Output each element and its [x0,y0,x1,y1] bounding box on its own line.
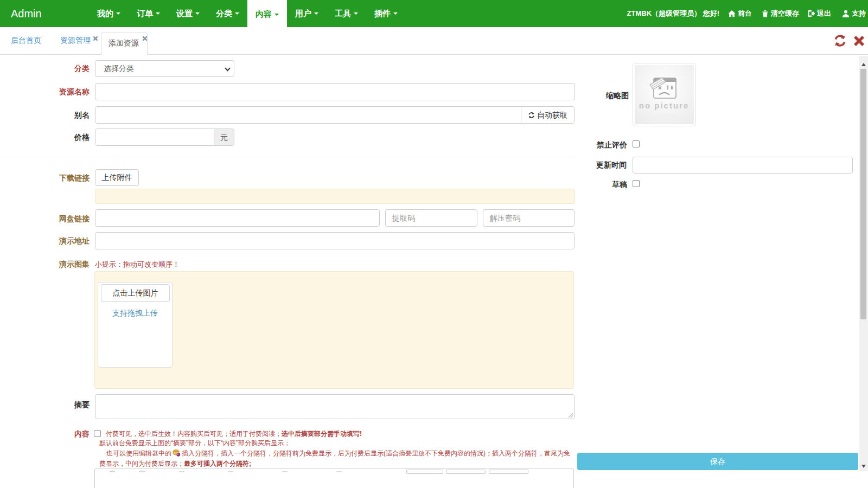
svg-text:no picture: no picture [639,101,690,110]
svg-text:no picture: no picture [642,112,687,120]
